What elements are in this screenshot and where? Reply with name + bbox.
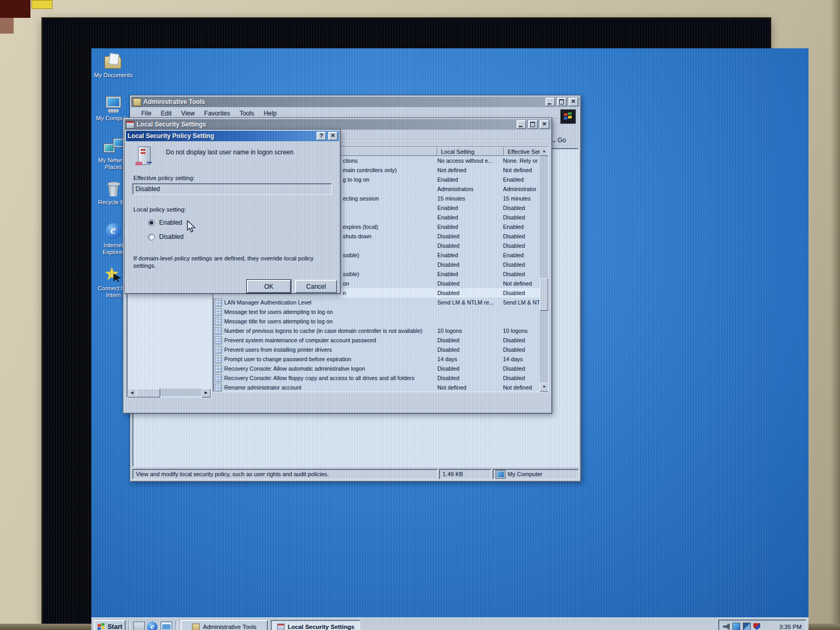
policy-effective-setting: None. Rely or — [503, 158, 542, 164]
dialog-titlebar[interactable]: Local Security Policy Setting — [126, 131, 339, 141]
policy-row[interactable]: Prompt user to change password before ex… — [213, 354, 540, 364]
console-icon — [126, 121, 134, 129]
menu-item[interactable]: Tools — [235, 110, 259, 117]
policy-local-setting: Enabled — [437, 271, 503, 277]
menu-item[interactable]: Help — [259, 110, 281, 117]
policy-row[interactable]: LAN Manager Authentication Level Send LM… — [213, 298, 540, 307]
policy-row[interactable]: Rename administrator account Not defined… — [213, 383, 540, 392]
task-button-local-security-settings[interactable]: Local Security Settings — [271, 620, 360, 630]
lss-titlebar[interactable]: Local Security Settings — [124, 119, 551, 130]
policy-local-setting: Disabled — [437, 375, 503, 381]
policy-local-setting: Administrators — [437, 186, 503, 192]
list-vertical-scrollbar[interactable]: ▲ ▼ — [540, 147, 548, 392]
minimize-button[interactable] — [545, 98, 555, 106]
policy-row[interactable]: Number of previous logons to cache (in c… — [213, 326, 540, 335]
policy-effective-setting: Not defined — [503, 167, 542, 173]
policy-effective-setting: Disabled — [503, 214, 542, 220]
task-button-administrative-tools[interactable]: Administrative Tools — [181, 620, 268, 630]
outlook-icon[interactable] — [161, 622, 172, 630]
menu-item[interactable]: Favorites — [200, 110, 235, 117]
admin-titlebar[interactable]: Administrative Tools — [131, 97, 580, 107]
policy-local-setting: Enabled — [437, 176, 503, 183]
column-header-local-setting[interactable]: Local Setting — [437, 147, 504, 156]
enabled-radio-label: Enabled — [159, 219, 182, 226]
scroll-left-icon[interactable]: ◀ — [128, 388, 136, 397]
my-computer-icon — [496, 470, 505, 478]
shield-icon[interactable] — [753, 623, 760, 630]
desktop-icon-label: My Documents — [92, 72, 134, 79]
menu-item[interactable]: View — [176, 110, 200, 117]
desktop-icon-glyph — [103, 180, 124, 197]
bezel-corner-shadow — [0, 0, 30, 18]
policy-local-setting: Disabled — [437, 290, 503, 296]
ok-button[interactable]: OK — [247, 280, 291, 293]
policy-local-setting: Disabled — [437, 243, 503, 249]
policy-name: Prevent system maintenance of computer a… — [224, 337, 437, 343]
maximize-button[interactable] — [528, 120, 538, 129]
policy-description: Do not display last user name in logon s… — [166, 149, 323, 156]
scrollbar-thumb[interactable] — [136, 388, 160, 397]
policy-row[interactable]: Message title for users attempting to lo… — [213, 317, 540, 326]
policy-effective-setting: Disabled — [503, 337, 542, 343]
policy-effective-setting: Disabled — [503, 205, 542, 211]
policy-effective-setting: Enabled — [503, 252, 542, 258]
policy-effective-setting: 15 minutes — [503, 195, 542, 202]
cancel-button[interactable]: Cancel — [295, 280, 337, 293]
menu-item[interactable]: File — [136, 110, 156, 117]
folder-icon — [192, 623, 200, 630]
policy-name: Message title for users attempting to lo… — [224, 318, 437, 324]
system-tray: 3:35 PM — [718, 620, 806, 630]
policy-local-setting: Not defined — [437, 384, 503, 391]
network-icon[interactable] — [743, 623, 751, 630]
policy-name: Rename administrator account — [224, 384, 437, 391]
policy-row[interactable]: Prevent users from installing printer dr… — [213, 345, 540, 354]
enabled-radio-button[interactable] — [148, 219, 155, 226]
mouse-cursor-icon — [186, 220, 196, 235]
policy-name: Recovery Console: Allow floppy copy and … — [224, 375, 437, 381]
display-icon[interactable] — [732, 623, 740, 630]
internet-explorer-icon[interactable]: e — [147, 622, 158, 630]
policy-effective-setting: Disabled — [503, 375, 542, 381]
policy-local-setting: Disabled — [437, 233, 503, 239]
menu-item[interactable]: Edit — [156, 110, 176, 117]
policy-local-setting: Enabled — [437, 205, 503, 211]
volume-icon[interactable] — [723, 623, 730, 630]
policy-row[interactable]: Recovery Console: Allow floppy copy and … — [213, 373, 540, 383]
scrollbar-thumb[interactable] — [540, 278, 548, 311]
minimize-button[interactable] — [517, 120, 526, 129]
policy-row[interactable]: Prevent system maintenance of computer a… — [213, 335, 540, 345]
folder-icon — [133, 98, 141, 106]
policy-local-setting: Disabled — [437, 346, 503, 353]
close-button[interactable] — [328, 132, 338, 140]
disabled-radio-button[interactable] — [148, 234, 155, 240]
show-desktop-icon[interactable] — [133, 622, 145, 630]
desktop-icon-my-documents[interactable]: My Documents — [92, 52, 134, 79]
policy-local-setting: No access without e... — [437, 158, 503, 164]
tree-horizontal-scrollbar[interactable]: ◀ ▶ — [128, 388, 211, 396]
taskbar: Start e Administrative Tools Local Secur… — [91, 617, 808, 630]
start-label: Start — [108, 623, 122, 630]
policy-icon — [215, 374, 222, 382]
policy-row[interactable]: Message text for users attempting to log… — [213, 307, 540, 317]
scroll-up-icon[interactable]: ▲ — [540, 147, 549, 156]
policy-icon — [215, 365, 222, 373]
enabled-radio-row[interactable]: Enabled — [148, 219, 182, 226]
status-location: My Computer — [492, 469, 579, 479]
disabled-radio-row[interactable]: Disabled — [148, 233, 184, 240]
status-text: View and modify local security policy, s… — [132, 469, 438, 479]
close-button[interactable] — [540, 120, 549, 129]
scroll-down-icon[interactable]: ▼ — [540, 383, 549, 392]
taskbar-separator — [128, 621, 130, 630]
policy-effective-setting: Enabled — [503, 176, 542, 183]
taskbar-clock: 3:35 PM — [779, 624, 802, 630]
scroll-right-icon[interactable]: ▶ — [202, 388, 211, 397]
windows-logo-throbber — [560, 109, 576, 124]
policy-icon — [215, 327, 222, 335]
close-button[interactable] — [569, 98, 578, 106]
start-button[interactable]: Start — [94, 620, 125, 630]
column-header-effective-setting[interactable]: Effective Sett — [504, 147, 544, 156]
policy-local-setting: Not defined — [437, 167, 503, 173]
maximize-button[interactable] — [557, 98, 566, 106]
help-button[interactable] — [317, 132, 326, 140]
policy-row[interactable]: Recovery Console: Allow automatic admini… — [213, 364, 540, 373]
